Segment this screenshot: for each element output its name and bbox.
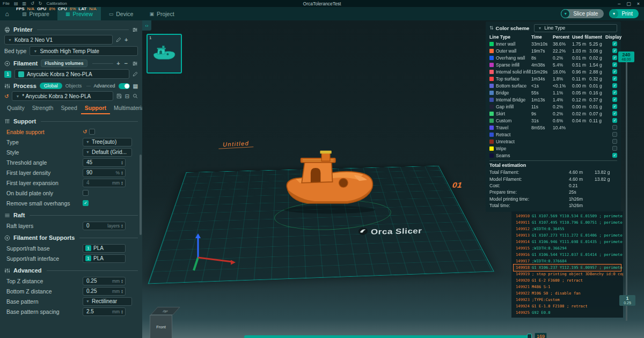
add-printer-icon[interactable]: + xyxy=(125,36,128,43)
print-options-chevron-icon[interactable]: ▾ xyxy=(609,9,618,18)
open-file-icon[interactable]: ▤ xyxy=(14,1,18,6)
edit-filament-icon[interactable] xyxy=(133,71,138,77)
print-button[interactable]: ▾ Print xyxy=(609,9,639,18)
edit-printer-icon[interactable] xyxy=(116,37,121,42)
redo-icon[interactable]: ↻ xyxy=(39,1,42,6)
process-tab-strength[interactable]: Strength xyxy=(28,103,57,114)
gcode-line[interactable]: 149923;TYPE:Custom xyxy=(514,297,621,303)
gcode-line[interactable]: 149920G1 E-2 F3600 ; retract xyxy=(514,277,621,284)
printer-settings-icon[interactable] xyxy=(132,27,138,33)
view-cube-front-face[interactable]: Front xyxy=(150,315,172,338)
close-button[interactable]: × xyxy=(637,1,640,6)
benchy-model[interactable] xyxy=(280,149,379,215)
move-slider-track[interactable] xyxy=(244,335,532,338)
display-checkbox[interactable] xyxy=(612,125,617,130)
process-tab-speed[interactable]: Speed xyxy=(57,103,80,114)
home-tab[interactable]: ⌂ xyxy=(0,10,14,18)
param-spinner[interactable]: 90%▲▼ xyxy=(83,168,126,177)
param-spinner[interactable]: 45▲▼ xyxy=(83,158,126,167)
layer-slider-top-handle[interactable]: 240 48.00 xyxy=(618,52,634,62)
layer-slider-track[interactable] xyxy=(626,53,627,321)
display-checkbox[interactable]: ✓ xyxy=(612,153,617,158)
file-menu[interactable]: File xyxy=(3,1,10,6)
display-checkbox[interactable]: ✓ xyxy=(612,48,617,53)
gcode-line[interactable]: 149911G1 X107.495 Y110.796 E.00751 ; per… xyxy=(514,219,621,226)
gcode-line[interactable]: 149910G1 X107.569 Y110.534 E.01509 ; per… xyxy=(514,213,621,219)
filament-select[interactable]: Anycubic Kobra 2 Neo-PLA xyxy=(14,69,129,79)
advanced-mode-toggle[interactable] xyxy=(119,83,130,89)
param-select[interactable]: ▼Tree(auto) xyxy=(83,138,132,146)
param-spinner[interactable]: 4mm▲▼ xyxy=(83,179,126,187)
display-checkbox[interactable] xyxy=(612,139,617,144)
move-slider-handle[interactable] xyxy=(527,334,532,338)
scope-objects-button[interactable]: Objects xyxy=(65,83,82,89)
process-tab-support[interactable]: Support xyxy=(81,103,110,114)
display-checkbox[interactable]: ✓ xyxy=(612,90,617,95)
layer-slider-bottom-handle[interactable]: 1 0.25 xyxy=(619,295,635,306)
process-settings-icon[interactable]: ▤ xyxy=(133,83,138,89)
add-filament-icon[interactable]: + xyxy=(116,60,120,67)
display-checkbox[interactable]: ✓ xyxy=(612,83,617,88)
slice-plate-button[interactable]: ▾ Slice plate xyxy=(561,9,604,18)
checkbox[interactable] xyxy=(83,190,89,196)
display-checkbox[interactable]: ✓ xyxy=(612,111,617,116)
process-preset-select[interactable]: ▼ * Anycubic Kobra 2 Neo-PLA xyxy=(12,91,113,101)
bed-type-select[interactable]: ▼ Smooth High Temp Plate xyxy=(30,46,138,56)
remove-filament-icon[interactable]: − xyxy=(125,60,128,67)
checkbox[interactable]: ✓ xyxy=(83,200,89,206)
process-tab-quality[interactable]: Quality xyxy=(3,103,28,114)
scope-global-button[interactable]: Global xyxy=(40,83,62,89)
gcode-line[interactable]: 149922M106 S0 ; disable fan xyxy=(514,290,621,297)
undo-icon[interactable]: ↺ xyxy=(31,1,34,6)
printer-preset-select[interactable]: ▼ Kobra 2 Neo V1 xyxy=(4,35,113,45)
view-mode-select[interactable]: ▼ Line Type xyxy=(534,24,617,32)
filament-slot-select[interactable]: 1PLA xyxy=(83,254,126,263)
spinner-arrows-icon[interactable]: ▲▼ xyxy=(121,181,123,185)
calibration-menu[interactable]: Calibration xyxy=(46,1,67,6)
gcode-line[interactable]: 149919; stop printing object 3DBenchy id… xyxy=(514,271,621,277)
sidebar-scrollbar[interactable] xyxy=(140,155,142,235)
spinner-arrows-icon[interactable]: ▲▼ xyxy=(121,224,123,228)
gcode-line[interactable]: 149912;WIDTH:0.36455 xyxy=(514,226,621,232)
gcode-line[interactable]: 149916G1 X106.544 Y112.037 E.01414 ; per… xyxy=(514,252,621,258)
display-checkbox[interactable]: ✓ xyxy=(612,62,617,67)
param-select[interactable]: ▼Rectilinear xyxy=(83,297,132,306)
gcode-line[interactable]: 149914G1 X106.946 Y111.698 E.01435 ; per… xyxy=(514,239,621,245)
display-checkbox[interactable]: ✓ xyxy=(612,118,617,123)
checkbox[interactable] xyxy=(89,129,95,135)
spinner-arrows-icon[interactable]: ▲▼ xyxy=(121,171,123,175)
filament-settings-icon[interactable] xyxy=(132,61,138,67)
display-checkbox[interactable]: ✓ xyxy=(612,97,617,102)
gcode-line[interactable]: 149924G1 E-1.0 F2100 ; retract xyxy=(514,303,621,310)
minimize-button[interactable]: – xyxy=(618,1,620,6)
viewport-3d[interactable]: ‹› 1 Untitled 01 Orca Slicer xyxy=(142,20,644,338)
search-settings-icon[interactable] xyxy=(133,93,138,99)
display-checkbox[interactable] xyxy=(612,146,617,151)
plate-thumbnail[interactable]: 1 xyxy=(147,34,182,74)
slice-options-chevron-icon[interactable]: ▾ xyxy=(561,9,570,18)
process-tab-multimaterial[interactable]: Multimaterial xyxy=(110,103,142,114)
gcode-line[interactable]: 149913G1 X107.273 Y111.272 E.01406 ; per… xyxy=(514,232,621,239)
view-cube-top-face[interactable]: Top xyxy=(150,307,180,315)
gcode-line[interactable]: 149925G92 E0.0 xyxy=(514,310,621,316)
display-checkbox[interactable]: ✓ xyxy=(612,55,617,60)
reset-value-icon[interactable]: ↺ xyxy=(83,129,87,135)
gcode-line[interactable]: 149921M486 S-1 xyxy=(514,284,621,290)
display-checkbox[interactable] xyxy=(612,132,617,137)
filament-slot-select[interactable]: 1PLA xyxy=(83,244,126,253)
param-spinner[interactable]: 0.25mm▲▼ xyxy=(83,277,126,285)
view-cube[interactable]: Top Front xyxy=(150,307,172,338)
reset-preset-icon[interactable]: ↺ xyxy=(4,93,9,99)
display-checkbox[interactable]: ✓ xyxy=(612,41,617,46)
sidebar-collapse-button[interactable]: ‹› xyxy=(142,20,151,31)
spinner-arrows-icon[interactable]: ▲▼ xyxy=(121,289,123,293)
spinner-arrows-icon[interactable]: ▲▼ xyxy=(121,279,123,283)
display-checkbox[interactable]: ✓ xyxy=(612,76,617,81)
spinner-arrows-icon[interactable]: ▲▼ xyxy=(121,310,123,314)
save-file-icon[interactable]: ▥ xyxy=(22,1,26,6)
maximize-button[interactable]: ▢ xyxy=(626,1,631,6)
gcode-line[interactable]: 149915;WIDTH:0.366294 xyxy=(514,245,621,252)
delete-preset-icon[interactable]: ⊟ xyxy=(125,93,129,99)
save-preset-icon[interactable] xyxy=(116,93,122,99)
tab-project[interactable]: ▣Project xyxy=(141,7,182,20)
